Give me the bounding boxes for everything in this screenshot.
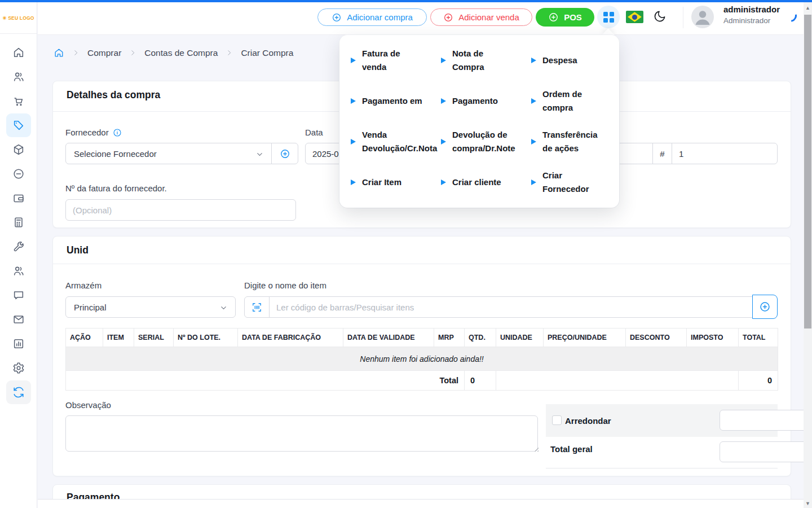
menu-item-nota-de-compra[interactable]: Nota de Compra — [441, 40, 531, 81]
app-logo[interactable]: ✳ SEU LOGO — [0, 2, 37, 34]
sidebar-item-customers[interactable] — [6, 65, 31, 89]
total-quantity: 0 — [465, 371, 496, 391]
breadcrumb-item-contas-de-compra[interactable]: Contas de Compra — [144, 48, 218, 58]
menu-item-venda-devolucao[interactable]: Venda Devolução/Cr.Nota — [351, 121, 441, 162]
menu-item-transferencia-de-acoes[interactable]: Transferência de ações — [531, 121, 616, 162]
col-header: QTD. — [465, 329, 496, 347]
col-header: DATA DE VALIDADE — [343, 329, 434, 347]
calculator-icon — [12, 216, 25, 229]
info-icon[interactable] — [113, 128, 122, 137]
menu-item-criar-fornecedor[interactable]: Criar Fornecedor — [531, 162, 616, 203]
add-purchase-button[interactable]: Adicionar compra — [317, 8, 427, 26]
plus-circle-icon — [548, 12, 559, 23]
package-icon — [12, 143, 25, 156]
supplier-select[interactable]: Selecione Fornecedor — [65, 143, 272, 164]
sidebar-item-purchases[interactable] — [6, 113, 31, 137]
chat-icon — [12, 289, 25, 301]
horizontal-scrollbar[interactable] — [38, 499, 804, 508]
total-amount: 0 — [739, 371, 778, 391]
menu-item-pagamento-em[interactable]: Pagamento em — [351, 81, 441, 121]
ref-prefix-addon: # — [652, 143, 672, 164]
reference-number-input[interactable] — [672, 143, 778, 164]
sidebar-item-sync[interactable] — [6, 380, 31, 404]
sidebar-item-hrm[interactable] — [6, 259, 31, 283]
users-icon — [12, 265, 25, 277]
menu-item-despesa[interactable]: Despesa — [531, 40, 616, 81]
round-off-checkbox[interactable] — [552, 415, 562, 425]
col-header: MRP — [434, 329, 465, 347]
chevron-right-icon — [129, 49, 136, 56]
scroll-up-arrow[interactable]: ▲ — [804, 3, 812, 12]
breadcrumb-item-criar-compra[interactable]: Criar Compra — [241, 48, 293, 58]
supplier-label-row: Fornecedor — [65, 128, 122, 137]
table-header-row: AÇÃO ITEM SERIAL Nº DO LOTE. DATA DE FAB… — [66, 329, 778, 347]
sidebar-item-payments[interactable] — [6, 186, 31, 210]
sidebar-item-items[interactable] — [6, 138, 31, 161]
sidebar-item-messages[interactable] — [6, 283, 31, 307]
warehouse-select[interactable]: Principal — [65, 296, 236, 318]
sidebar-item-mail[interactable] — [6, 308, 31, 331]
loading-progress-bar — [0, 0, 812, 2]
col-header: SERIAL — [134, 329, 174, 347]
sidebar-item-tools[interactable] — [6, 235, 31, 259]
wrench-icon — [12, 240, 25, 253]
user-name[interactable]: administrador — [723, 5, 780, 14]
add-sale-label: Adicionar venda — [458, 12, 519, 22]
menu-item-devolucao-de-compra[interactable]: Devolução de compra/Dr.Note — [441, 121, 531, 162]
users-icon — [12, 71, 25, 83]
play-icon — [531, 58, 536, 63]
gear-icon — [12, 362, 25, 374]
sidebar-item-expenses[interactable] — [6, 162, 31, 186]
menu-item-fatura-de-venda[interactable]: Fatura de venda — [351, 40, 441, 81]
supplier-invoice-input[interactable] — [65, 199, 296, 221]
sync-icon — [12, 386, 25, 398]
col-header: DESCONTO — [626, 329, 687, 347]
menu-item-criar-cliente[interactable]: Criar cliente — [441, 162, 531, 203]
sidebar-item-sales[interactable] — [6, 89, 31, 113]
avatar[interactable] — [691, 6, 714, 28]
sidebar-item-home[interactable] — [6, 41, 31, 64]
breadcrumb: Comprar Contas de Compra Criar Compra — [54, 47, 293, 58]
breadcrumb-item-comprar[interactable]: Comprar — [87, 48, 121, 58]
vertical-scrollbar[interactable]: ▲ ▼ — [804, 2, 812, 508]
pos-button[interactable]: POS — [536, 8, 594, 27]
divider — [53, 264, 791, 264]
grand-total-input[interactable] — [720, 441, 812, 462]
menu-item-criar-item[interactable]: Criar Item — [351, 162, 441, 203]
tag-icon — [12, 119, 25, 132]
play-icon — [351, 179, 356, 185]
dark-mode-toggle[interactable] — [653, 10, 667, 25]
chevron-right-icon — [72, 49, 80, 56]
col-header: IMPOSTO — [687, 329, 739, 347]
wallet-icon — [12, 192, 25, 204]
round-off-input[interactable] — [720, 410, 812, 431]
note-textarea[interactable] — [65, 415, 538, 452]
quick-menu-button[interactable] — [597, 6, 620, 28]
mail-icon — [12, 313, 25, 326]
round-off-label: Arredondar — [565, 416, 611, 426]
col-header: UNIDADE — [496, 329, 544, 347]
round-off-row: Arredondar — [546, 404, 778, 437]
note-label: Observação — [65, 400, 111, 410]
plus-circle-icon — [759, 301, 771, 313]
play-icon — [531, 139, 536, 144]
header-divider — [683, 7, 683, 28]
language-flag-brazil[interactable] — [626, 11, 643, 23]
user-role: Administrador — [723, 16, 770, 25]
sidebar-item-settings[interactable] — [6, 356, 31, 380]
home-icon[interactable] — [54, 47, 64, 58]
supplier-select-value: Selecione Fornecedor — [74, 149, 157, 159]
item-search-input[interactable] — [269, 296, 753, 318]
sidebar-item-accounting[interactable] — [6, 211, 31, 234]
total-label: Total — [66, 371, 465, 391]
menu-item-pagamento[interactable]: Pagamento — [441, 81, 531, 121]
add-sale-button[interactable]: Adicionar venda — [430, 8, 532, 26]
warehouse-label: Armazém — [65, 281, 102, 290]
col-header: TOTAL — [739, 329, 778, 347]
sidebar-item-reports[interactable] — [6, 332, 31, 356]
scroll-down-arrow[interactable]: ▼ — [804, 499, 812, 508]
scrollbar-thumb[interactable] — [804, 15, 811, 329]
menu-item-ordem-de-compra[interactable]: Ordem de compra — [531, 81, 616, 121]
add-item-button[interactable] — [752, 295, 778, 319]
add-supplier-button[interactable] — [271, 143, 298, 164]
